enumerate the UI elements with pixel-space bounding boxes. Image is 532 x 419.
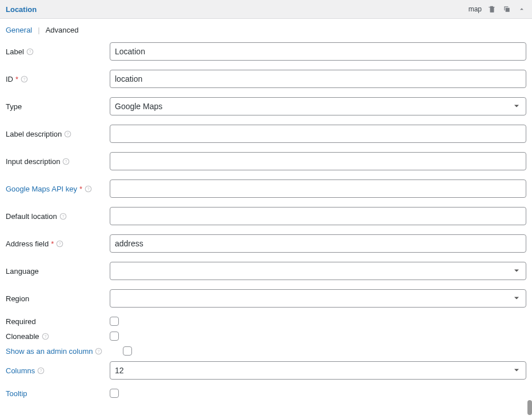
help-icon[interactable]: ? [85, 185, 92, 193]
required-mark: * [51, 240, 54, 248]
columns-select[interactable]: 12 [110, 361, 526, 380]
label-required: Required [6, 317, 110, 326]
label-address-field: Address field* ? [6, 240, 110, 248]
collapse-icon[interactable] [517, 5, 526, 14]
svg-text:?: ? [59, 242, 61, 246]
delete-icon[interactable] [487, 5, 497, 14]
svg-text:?: ? [23, 77, 26, 82]
row-tooltip: Tooltip [6, 389, 526, 398]
row-language: Language [6, 262, 526, 280]
label-default-location: Default location ? [6, 212, 110, 221]
header-actions: map [469, 5, 526, 14]
row-input-desc: Input description ? [6, 152, 526, 170]
address-field-input[interactable] [110, 234, 526, 253]
label-label: Label ? [6, 47, 110, 56]
label-columns: Columns ? [6, 366, 110, 375]
field-title[interactable]: Location [6, 5, 37, 14]
tab-separator: | [38, 26, 39, 34]
row-type: Type Google Maps [6, 97, 526, 115]
label-api-key: Google Maps API key* ? [6, 185, 110, 193]
label-label-desc: Label description ? [6, 130, 110, 138]
id-input[interactable] [110, 70, 526, 88]
svg-text:?: ? [62, 214, 64, 219]
label-cloneable: Cloneable ? [6, 332, 110, 341]
scrollbar[interactable] [527, 400, 532, 409]
field-header: Location map [0, 0, 532, 19]
row-required: Required [6, 317, 526, 326]
row-columns: Columns ? 12 [6, 361, 526, 380]
required-mark: * [79, 185, 82, 193]
svg-text:?: ? [44, 334, 46, 339]
svg-text:?: ? [29, 50, 31, 54]
label-input-desc: Input description ? [6, 157, 110, 166]
admin-column-checkbox[interactable] [123, 346, 132, 356]
default-location-input[interactable] [110, 207, 526, 225]
help-icon[interactable]: ? [26, 48, 34, 55]
help-icon[interactable]: ? [42, 333, 49, 340]
tab-general[interactable]: General [6, 26, 32, 34]
row-region: Region [6, 289, 526, 308]
svg-text:?: ? [65, 159, 67, 164]
row-id: ID* ? [6, 70, 526, 88]
region-select[interactable] [110, 289, 526, 308]
help-icon[interactable]: ? [95, 348, 102, 355]
label-desc-input[interactable] [110, 125, 526, 143]
row-label: Label ? [6, 42, 526, 61]
help-icon[interactable]: ? [62, 158, 70, 165]
svg-text:?: ? [67, 132, 69, 137]
type-select[interactable]: Google Maps [110, 97, 526, 115]
duplicate-icon[interactable] [502, 5, 511, 14]
form: Label ? ID* ? Type Google Maps Label des… [0, 42, 532, 409]
row-admin-column: Show as an admin column ? [6, 346, 526, 356]
label-region: Region [6, 294, 110, 303]
required-checkbox[interactable] [110, 317, 119, 326]
label-language: Language [6, 267, 110, 276]
tabs: General | Advanced [0, 19, 532, 42]
help-icon[interactable]: ? [56, 240, 63, 248]
help-icon[interactable]: ? [59, 213, 67, 220]
help-icon[interactable]: ? [64, 130, 71, 138]
label-id: ID* ? [6, 75, 110, 83]
cloneable-checkbox[interactable] [110, 332, 119, 341]
label-admin-column: Show as an admin column ? [6, 347, 123, 356]
api-key-input[interactable] [110, 179, 526, 198]
label-type: Type [6, 102, 110, 111]
row-api-key: Google Maps API key* ? [6, 179, 526, 198]
label-tooltip: Tooltip [6, 389, 110, 398]
help-icon[interactable]: ? [37, 367, 45, 374]
input-desc-input[interactable] [110, 152, 526, 170]
help-icon[interactable]: ? [21, 75, 28, 83]
svg-text:?: ? [87, 187, 90, 191]
required-mark: * [15, 75, 18, 83]
tooltip-checkbox[interactable] [110, 389, 119, 398]
row-cloneable: Cloneable ? [6, 332, 526, 341]
row-default-location: Default location ? [6, 207, 526, 225]
language-select[interactable] [110, 262, 526, 280]
row-label-desc: Label description ? [6, 125, 526, 143]
tab-advanced[interactable]: Advanced [46, 26, 79, 34]
label-input[interactable] [110, 42, 526, 61]
svg-text:?: ? [98, 349, 100, 354]
field-type-code: map [469, 5, 482, 13]
svg-text:?: ? [40, 369, 42, 373]
row-address-field: Address field* ? [6, 234, 526, 253]
